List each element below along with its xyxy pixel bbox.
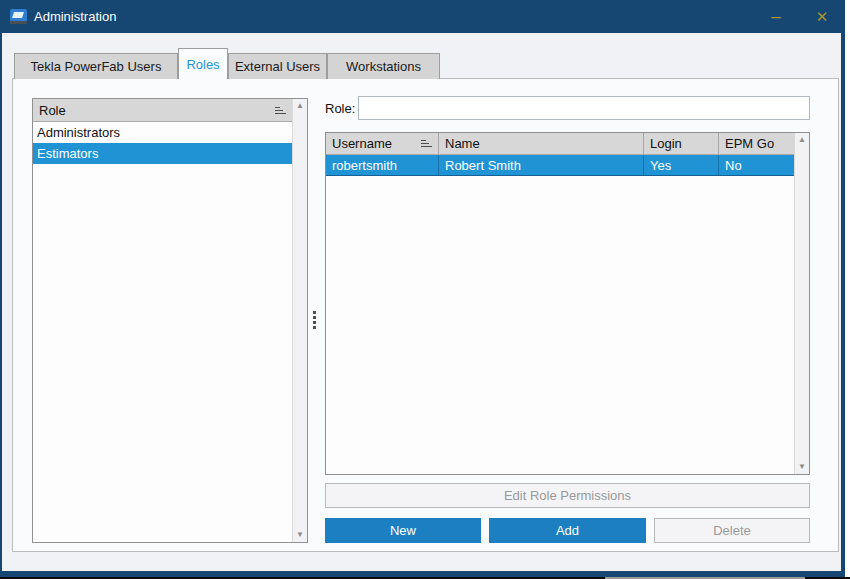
cell-username: robertsmith xyxy=(326,155,439,175)
scroll-up-icon[interactable]: ▲ xyxy=(296,102,304,110)
column-header-epm-go[interactable]: EPM Go xyxy=(719,133,794,154)
users-table: Username Name Login EPM Go robertsmith R… xyxy=(325,132,810,475)
tab-label: Tekla PowerFab Users xyxy=(31,59,162,74)
users-table-header: Username Name Login EPM Go xyxy=(326,133,794,155)
window-border-left xyxy=(0,33,2,571)
tab-label: External Users xyxy=(235,59,320,74)
delete-button[interactable]: Delete xyxy=(654,518,810,543)
role-list-item-estimators[interactable]: Estimators xyxy=(33,143,292,164)
administration-window: Administration – ✕ Tekla PowerFab Users … xyxy=(0,0,850,579)
button-label: New xyxy=(390,523,416,538)
tab-roles[interactable]: Roles xyxy=(178,48,228,79)
column-header-login[interactable]: Login xyxy=(644,133,719,154)
close-icon: ✕ xyxy=(816,8,829,26)
window-border-right xyxy=(841,33,845,571)
role-item-label: Administrators xyxy=(37,125,120,140)
scroll-up-icon[interactable]: ▲ xyxy=(798,136,806,144)
add-button[interactable]: Add xyxy=(489,518,646,543)
roles-header-label: Role xyxy=(39,103,66,118)
role-field-label: Role: xyxy=(325,101,355,116)
tab-tekla-powerfab-users[interactable]: Tekla PowerFab Users xyxy=(14,53,178,79)
tab-label: Roles xyxy=(186,57,219,72)
column-label: Name xyxy=(445,136,480,151)
button-label: Edit Role Permissions xyxy=(504,488,631,503)
edit-role-permissions-button[interactable]: Edit Role Permissions xyxy=(325,483,810,508)
users-table-scrollbar[interactable]: ▲ ▼ xyxy=(794,133,809,474)
minimize-icon: – xyxy=(771,7,780,27)
roles-list-scrollbar[interactable]: ▲ ▼ xyxy=(292,99,307,542)
button-label: Add xyxy=(556,523,579,538)
role-list-item-administrators[interactable]: Administrators xyxy=(33,122,292,143)
roles-list-header[interactable]: Role xyxy=(33,99,292,122)
sort-ascending-icon xyxy=(421,140,432,147)
window-title: Administration xyxy=(34,9,116,24)
panel-splitter-grip[interactable] xyxy=(313,311,317,329)
tab-external-users[interactable]: External Users xyxy=(228,53,327,79)
app-icon xyxy=(10,9,27,24)
column-label: Username xyxy=(332,136,392,151)
button-label: Delete xyxy=(713,523,751,538)
scroll-down-icon[interactable]: ▼ xyxy=(296,531,304,539)
column-label: EPM Go xyxy=(725,136,774,151)
column-header-name[interactable]: Name xyxy=(439,133,644,154)
new-button[interactable]: New xyxy=(325,518,481,543)
tab-label: Workstations xyxy=(346,59,421,74)
cell-login: Yes xyxy=(644,155,719,175)
column-label: Login xyxy=(650,136,682,151)
close-button[interactable]: ✕ xyxy=(799,0,845,33)
column-header-username[interactable]: Username xyxy=(326,133,439,154)
minimize-button[interactable]: – xyxy=(753,0,799,33)
role-item-label: Estimators xyxy=(37,146,98,161)
tab-workstations[interactable]: Workstations xyxy=(327,53,440,79)
sort-ascending-icon xyxy=(275,107,286,114)
role-name-input[interactable] xyxy=(358,96,810,120)
table-row-robertsmith[interactable]: robertsmith Robert Smith Yes No xyxy=(326,155,794,176)
cell-name: Robert Smith xyxy=(439,155,644,175)
scroll-down-icon[interactable]: ▼ xyxy=(798,463,806,471)
cell-epm-go: No xyxy=(719,155,794,175)
title-bar: Administration – ✕ xyxy=(0,0,845,33)
roles-list: Role Administrators Estimators ▲ ▼ xyxy=(32,98,308,543)
